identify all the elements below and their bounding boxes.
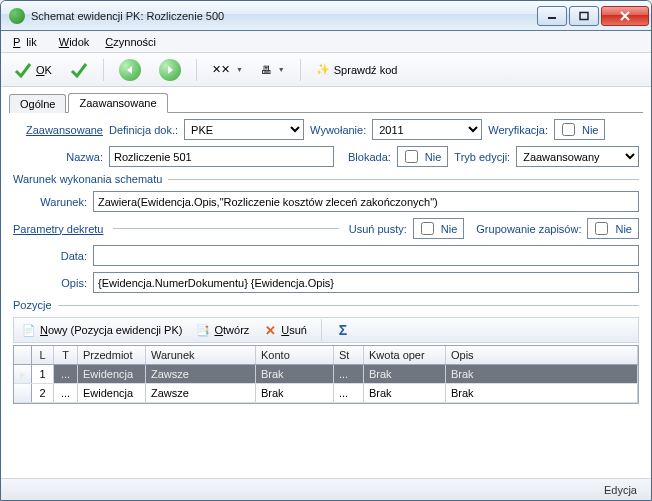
app-icon: [9, 8, 25, 24]
label-blokada: Blokada:: [348, 151, 391, 163]
select-tryb[interactable]: Zaawansowany: [516, 146, 639, 167]
status-mode: Edycja: [604, 484, 637, 496]
label-data: Data:: [13, 250, 87, 262]
col-t[interactable]: T: [54, 346, 78, 364]
content: Ogólne Zaawansowane Zaawansowane Definic…: [1, 87, 651, 478]
close-button[interactable]: [601, 6, 649, 26]
tools-button[interactable]: ✕✕▼: [205, 57, 250, 83]
menu-plik[interactable]: Plik: [7, 34, 49, 50]
svg-marker-4: [127, 66, 132, 74]
maximize-button[interactable]: [569, 6, 599, 26]
input-data[interactable]: [93, 245, 639, 266]
menubar: Plik Widok Czynności: [1, 31, 651, 53]
arrow-right-icon: [159, 59, 181, 81]
tools-icon: ✕✕: [212, 63, 230, 76]
sigma-icon: Σ: [336, 323, 350, 337]
label-definicja: Definicja dok.:: [109, 124, 178, 136]
checkbox-usun-pusty[interactable]: Nie: [413, 218, 465, 239]
toolbar: OK ✕✕▼ 🖶▼ ✨ Sprawdź kod: [1, 53, 651, 87]
print-button[interactable]: 🖶▼: [254, 57, 292, 83]
back-button[interactable]: [112, 57, 148, 83]
checkbox-grupowanie[interactable]: Nie: [587, 218, 639, 239]
menu-widok[interactable]: Widok: [53, 34, 96, 50]
chevron-down-icon: ▼: [236, 66, 243, 73]
label-tryb: Tryb edycji:: [454, 151, 510, 163]
grid-open-button[interactable]: 📑Otwórz: [192, 321, 253, 339]
col-opis[interactable]: Opis: [446, 346, 638, 364]
minimize-button[interactable]: [537, 6, 567, 26]
label-wywolanie: Wywołanie:: [310, 124, 366, 136]
label-warunek: Warunek:: [13, 196, 87, 208]
col-l[interactable]: L: [32, 346, 54, 364]
checkbox-blokada[interactable]: Nie: [397, 146, 449, 167]
link-zaawansowane[interactable]: Zaawansowane: [13, 124, 103, 136]
printer-icon: 🖶: [261, 64, 272, 76]
tabstrip: Ogólne Zaawansowane: [9, 91, 643, 113]
link-parametry[interactable]: Parametry dekretu: [13, 223, 103, 235]
col-st[interactable]: St: [334, 346, 364, 364]
window: Schemat ewidencji PK: Rozliczenie 500 Pl…: [0, 0, 652, 501]
grid-toolbar: 📄Nowy (Pozycja ewidencji PK) 📑Otwórz ✕Us…: [13, 317, 639, 343]
grid-row[interactable]: 2 ... Ewidencja Zawsze Brak ... Brak Bra…: [14, 384, 638, 403]
svg-marker-5: [168, 66, 173, 74]
select-definicja[interactable]: PKE: [184, 119, 304, 140]
col-kwota[interactable]: Kwota oper: [364, 346, 446, 364]
grid-sum-button[interactable]: Σ: [332, 321, 354, 339]
col-warunek[interactable]: Warunek: [146, 346, 256, 364]
input-warunek[interactable]: [93, 191, 639, 212]
checkbox-weryfikacja[interactable]: Nie: [554, 119, 606, 140]
label-weryfikacja: Weryfikacja:: [488, 124, 548, 136]
menu-czynnosci[interactable]: Czynności: [99, 34, 162, 50]
svg-rect-1: [580, 12, 588, 19]
section-warunek-schematu: Warunek wykonania schematu: [13, 173, 162, 185]
row-header-corner: [14, 346, 32, 364]
document-new-icon: 📄: [22, 323, 36, 337]
titlebar: Schemat ewidencji PK: Rozliczenie 500: [1, 1, 651, 31]
statusbar: Edycja: [1, 478, 651, 500]
label-opis: Opis:: [13, 277, 87, 289]
document-open-icon: 📑: [196, 323, 210, 337]
row-indicator: [14, 384, 32, 402]
tab-ogolne[interactable]: Ogólne: [9, 94, 66, 113]
apply-button[interactable]: [63, 57, 95, 83]
check-icon: [14, 61, 32, 79]
panel-zaawansowane: Zaawansowane Definicja dok.: PKE Wywołan…: [9, 113, 643, 410]
grid-header: L T Przedmiot Warunek Konto St Kwota ope…: [14, 346, 638, 365]
ok-button[interactable]: OK: [7, 57, 59, 83]
section-pozycje: Pozycje: [13, 299, 52, 311]
grid: L T Przedmiot Warunek Konto St Kwota ope…: [13, 345, 639, 404]
wand-icon: ✨: [316, 63, 330, 76]
check-icon: [70, 61, 88, 79]
forward-button[interactable]: [152, 57, 188, 83]
select-wywolanie[interactable]: 2011: [372, 119, 482, 140]
delete-x-icon: ✕: [263, 323, 277, 337]
row-indicator: ▸: [14, 365, 32, 383]
label-grupowanie: Grupowanie zapisów:: [476, 223, 581, 235]
tab-zaawansowane[interactable]: Zaawansowane: [68, 93, 167, 113]
arrow-left-icon: [119, 59, 141, 81]
label-nazwa: Nazwa:: [13, 151, 103, 163]
grid-row[interactable]: ▸ 1 ... Ewidencja Zawsze Brak ... Brak B…: [14, 365, 638, 384]
window-title: Schemat ewidencji PK: Rozliczenie 500: [31, 10, 537, 22]
chevron-down-icon: ▼: [278, 66, 285, 73]
grid-delete-button[interactable]: ✕Usuń: [259, 321, 311, 339]
label-usun-pusty: Usuń pusty:: [349, 223, 407, 235]
grid-new-button[interactable]: 📄Nowy (Pozycja ewidencji PK): [18, 321, 186, 339]
input-opis[interactable]: [93, 272, 639, 293]
input-nazwa[interactable]: [109, 146, 334, 167]
col-przedmiot[interactable]: Przedmiot: [78, 346, 146, 364]
check-code-button[interactable]: ✨ Sprawdź kod: [309, 57, 405, 83]
col-konto[interactable]: Konto: [256, 346, 334, 364]
